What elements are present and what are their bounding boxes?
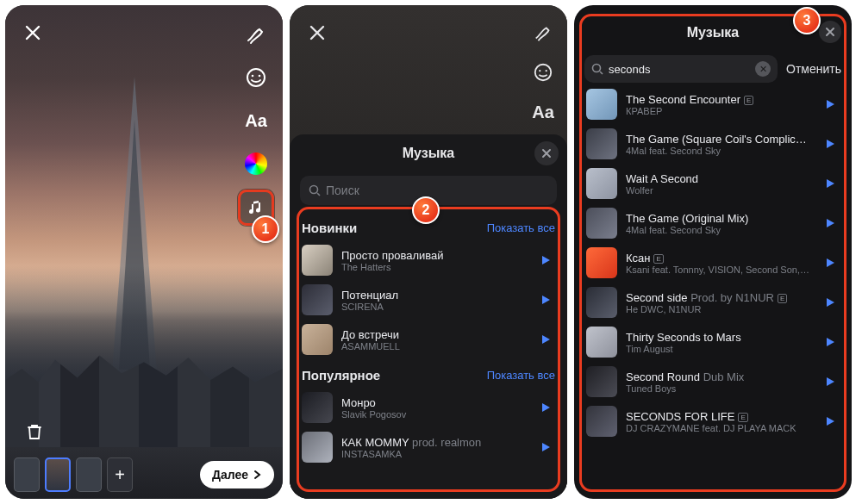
- callout-badge-2: 2: [412, 196, 440, 224]
- song-text: The Game (Original Mix)4Mal feat. Second…: [626, 212, 812, 235]
- text-tool-icon[interactable]: Aa: [239, 103, 273, 138]
- section-popular: Популярное: [302, 368, 380, 383]
- album-art: [586, 366, 617, 397]
- song-row[interactable]: ПотенциалSCIRENA: [290, 280, 567, 320]
- play-icon[interactable]: [821, 333, 840, 352]
- callout-badge-1: 1: [252, 215, 279, 243]
- play-icon[interactable]: [821, 372, 840, 391]
- text-tool-icon[interactable]: Aa: [528, 96, 559, 128]
- play-icon[interactable]: [536, 398, 555, 417]
- song-row[interactable]: До встречиASAMMUELL: [290, 320, 567, 359]
- close-icon[interactable]: [17, 17, 48, 48]
- album-art: [302, 284, 333, 315]
- song-row[interactable]: Second Round Dub MixTuned Boys: [574, 362, 852, 401]
- song-row[interactable]: The Game (Square Coil's Complic…4Mal fea…: [574, 124, 852, 164]
- song-row[interactable]: МонроSlavik Pogosov: [290, 388, 567, 427]
- album-art: [586, 327, 617, 358]
- play-icon[interactable]: [821, 174, 840, 193]
- cancel-button[interactable]: Отменить: [786, 62, 841, 76]
- song-text: The Second EncounterEКРАВЕР: [626, 93, 812, 116]
- song-title: До встречи: [341, 328, 528, 341]
- song-title: The Game (Square Coil's Complic…: [626, 133, 812, 146]
- song-row[interactable]: Просто проваливайThe Hatters: [290, 240, 567, 280]
- trash-icon[interactable]: [19, 416, 50, 447]
- color-tool-icon[interactable]: [239, 146, 273, 181]
- editor-toolbar: Aa: [238, 17, 274, 226]
- music-sheet: Музыка Поиск НовинкиПоказать всеПросто п…: [290, 134, 567, 499]
- show-all-link[interactable]: Показать все: [487, 221, 555, 234]
- song-row[interactable]: The Second EncounterEКРАВЕР: [574, 84, 852, 124]
- song-row[interactable]: The Game (Original Mix)4Mal feat. Second…: [574, 203, 852, 243]
- album-art: [302, 392, 333, 423]
- album-art: [302, 324, 333, 355]
- close-icon[interactable]: [302, 17, 333, 48]
- play-icon[interactable]: [821, 134, 840, 153]
- song-text: Wait A SecondWolfer: [626, 172, 812, 196]
- song-artist: 4Mal feat. Second Sky: [626, 146, 812, 156]
- song-text: МонроSlavik Pogosov: [341, 396, 528, 420]
- song-artist: Tim August: [626, 344, 812, 354]
- svg-point-7: [593, 65, 601, 72]
- next-label: Далее: [212, 468, 248, 482]
- song-title: Thirty Seconds to Mars: [626, 331, 812, 344]
- song-text: Thirty Seconds to MarsTim August: [626, 331, 812, 354]
- sticker-icon[interactable]: [528, 57, 559, 88]
- close-icon[interactable]: [819, 21, 841, 43]
- play-icon[interactable]: [821, 95, 840, 114]
- thumb-3[interactable]: [76, 457, 102, 492]
- section-new: Новинки: [302, 221, 357, 235]
- play-icon[interactable]: [821, 253, 840, 272]
- song-row[interactable]: КАК MOMMY prod. realmonINSTASAMKA: [290, 427, 567, 467]
- song-row[interactable]: Thirty Seconds to MarsTim August: [574, 322, 852, 362]
- play-icon[interactable]: [536, 251, 555, 270]
- draw-icon[interactable]: [239, 17, 273, 52]
- search-value: seconds: [609, 63, 750, 76]
- sticker-icon[interactable]: [239, 60, 273, 95]
- album-art: [586, 406, 617, 437]
- search-input[interactable]: seconds ✕: [584, 55, 778, 83]
- song-row[interactable]: Wait A SecondWolfer: [574, 164, 852, 203]
- song-artist: SCIRENA: [341, 302, 528, 312]
- album-art: [586, 128, 617, 159]
- song-artist: INSTASAMKA: [341, 449, 528, 459]
- search-icon: [309, 184, 321, 196]
- svg-point-4: [539, 70, 540, 72]
- play-icon[interactable]: [821, 293, 840, 312]
- play-icon[interactable]: [536, 330, 555, 349]
- thumb-2-selected[interactable]: [45, 457, 71, 492]
- song-artist: Ksani feat. Tonnny, VISION, Second Son,…: [626, 264, 812, 275]
- sheet-close-icon[interactable]: [534, 141, 559, 165]
- svg-point-1: [252, 75, 254, 78]
- song-title: Second side Prod. by N1NURE: [626, 291, 812, 304]
- song-artist: Slavik Pogosov: [341, 409, 528, 420]
- album-art: [586, 89, 617, 120]
- thumbnail-strip: + Далее: [14, 457, 274, 492]
- svg-point-6: [310, 186, 318, 194]
- song-title: Потенциал: [341, 289, 528, 302]
- album-art: [586, 287, 617, 318]
- play-icon[interactable]: [821, 412, 840, 431]
- song-row[interactable]: КсанEKsani feat. Tonnny, VISION, Second …: [574, 243, 852, 283]
- song-artist: КРАВЕР: [626, 106, 812, 116]
- thumb-1[interactable]: [14, 457, 40, 492]
- song-row[interactable]: SECONDS FOR LIFEEDJ CRAZYMANE feat. DJ P…: [574, 401, 852, 441]
- draw-icon[interactable]: [528, 17, 559, 48]
- sheet-title: Музыка: [403, 146, 455, 161]
- add-thumb-button[interactable]: +: [107, 457, 133, 492]
- play-icon[interactable]: [536, 290, 555, 309]
- song-artist: 4Mal feat. Second Sky: [626, 225, 812, 235]
- song-row[interactable]: Second side Prod. by N1NUREНе DWC, N1NUR: [574, 283, 852, 322]
- show-all-link[interactable]: Показать все: [487, 369, 555, 382]
- song-artist: DJ CRAZYMANE feat. DJ PLAYA MACK: [626, 423, 812, 433]
- song-text: SECONDS FOR LIFEEDJ CRAZYMANE feat. DJ P…: [626, 410, 812, 433]
- song-text: Просто проваливайThe Hatters: [341, 249, 528, 272]
- clear-search-icon[interactable]: ✕: [755, 61, 771, 77]
- screen-story-editor: Aa 1 + Далее: [5, 5, 283, 499]
- play-icon[interactable]: [821, 214, 840, 233]
- album-art: [586, 168, 617, 199]
- play-icon[interactable]: [536, 438, 555, 457]
- song-artist: The Hatters: [341, 262, 528, 272]
- song-title: The Game (Original Mix): [626, 212, 812, 225]
- next-button[interactable]: Далее: [200, 461, 274, 488]
- screen-music-browse: Aa Музыка Поиск НовинкиПоказать всеПрост…: [290, 5, 567, 499]
